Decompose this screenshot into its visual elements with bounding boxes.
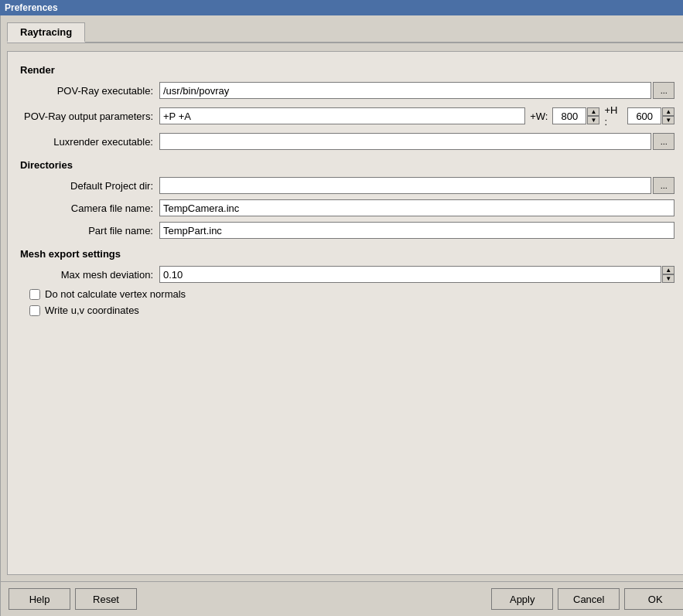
height-spin-down[interactable]: ▼	[662, 116, 674, 124]
deviation-spinners: ▲ ▼	[662, 266, 674, 283]
max-deviation-wrap: ▲ ▼	[159, 266, 674, 283]
tab-raytracing[interactable]: Raytracing	[7, 22, 85, 43]
part-file-input[interactable]	[159, 222, 674, 239]
height-input[interactable]	[627, 107, 661, 124]
width-spin-down[interactable]: ▼	[587, 116, 599, 124]
title-text: Preferences	[5, 2, 58, 13]
dialog-body: General Display	[0, 15, 683, 616]
pov-executable-browse-button[interactable]: ...	[653, 82, 674, 99]
part-file-label: Part file name:	[20, 225, 159, 237]
cancel-button[interactable]: Cancel	[558, 588, 620, 610]
mesh-section-title: Mesh export settings	[20, 248, 674, 260]
width-spin-up[interactable]: ▲	[587, 107, 599, 116]
main-content: Raytracing Render POV-Ray executable: ..…	[1, 15, 683, 581]
max-deviation-row: Max mesh deviation: ▲ ▼	[20, 266, 674, 283]
checkbox-vertex-normals[interactable]	[29, 289, 40, 300]
width-input[interactable]	[552, 107, 586, 124]
width-input-wrap: ▲ ▼	[552, 107, 599, 124]
help-button[interactable]: Help	[9, 588, 70, 610]
pov-executable-label: POV-Ray executable:	[20, 85, 159, 97]
pov-output-row: POV-Ray output parameters: +W: ▲ ▼ +H :	[20, 104, 674, 128]
camera-file-input[interactable]	[159, 199, 674, 216]
title-bar: Preferences	[0, 0, 683, 15]
checkbox-uv-coordinates[interactable]	[29, 305, 40, 316]
width-spinners: ▲ ▼	[587, 107, 599, 124]
camera-file-row: Camera file name:	[20, 199, 674, 216]
pov-output-input[interactable]	[159, 107, 525, 124]
ok-button[interactable]: OK	[624, 588, 683, 610]
checkbox-uv-coordinates-row: Write u,v coordinates	[29, 305, 674, 316]
luxrender-input[interactable]	[159, 133, 651, 150]
default-dir-row: Default Project dir: ...	[20, 177, 674, 194]
directories-section-title: Directories	[20, 159, 674, 171]
reset-button[interactable]: Reset	[75, 588, 137, 610]
height-spin-up[interactable]: ▲	[662, 107, 674, 116]
height-label: +H :	[604, 104, 623, 128]
right-panel: Raytracing Render POV-Ray executable: ..…	[1, 15, 683, 616]
width-label: +W:	[530, 111, 548, 122]
deviation-spin-down[interactable]: ▼	[662, 274, 674, 283]
height-spinners: ▲ ▼	[662, 107, 674, 124]
height-input-wrap: ▲ ▼	[627, 107, 674, 124]
bottom-bar: Help Reset Apply Cancel OK	[1, 581, 683, 616]
pov-executable-input[interactable]	[159, 82, 651, 99]
checkbox-vertex-normals-row: Do not calculate vertex normals	[29, 288, 674, 300]
checkbox-vertex-normals-label: Do not calculate vertex normals	[45, 288, 186, 300]
pov-executable-row: POV-Ray executable: ...	[20, 82, 674, 99]
tab-bar: Raytracing	[7, 22, 683, 43]
default-dir-input[interactable]	[159, 177, 651, 194]
default-dir-label: Default Project dir:	[20, 180, 159, 192]
max-deviation-label: Max mesh deviation:	[20, 269, 159, 281]
luxrender-row: Luxrender executable: ...	[20, 133, 674, 150]
pov-output-label: POV-Ray output parameters:	[20, 111, 159, 122]
default-dir-browse-button[interactable]: ...	[653, 177, 674, 194]
camera-file-label: Camera file name:	[20, 202, 159, 214]
pov-output-group: +W: ▲ ▼ +H : ▲	[159, 104, 674, 128]
deviation-spin-up[interactable]: ▲	[662, 266, 674, 274]
part-file-row: Part file name:	[20, 222, 674, 239]
render-section-title: Render	[20, 64, 674, 76]
luxrender-browse-button[interactable]: ...	[653, 133, 674, 150]
luxrender-label: Luxrender executable:	[20, 136, 159, 148]
checkbox-uv-coordinates-label: Write u,v coordinates	[45, 305, 139, 316]
content-panel: Render POV-Ray executable: ... POV-Ray o…	[7, 51, 683, 575]
max-deviation-input[interactable]	[159, 266, 661, 283]
apply-button[interactable]: Apply	[491, 588, 553, 610]
